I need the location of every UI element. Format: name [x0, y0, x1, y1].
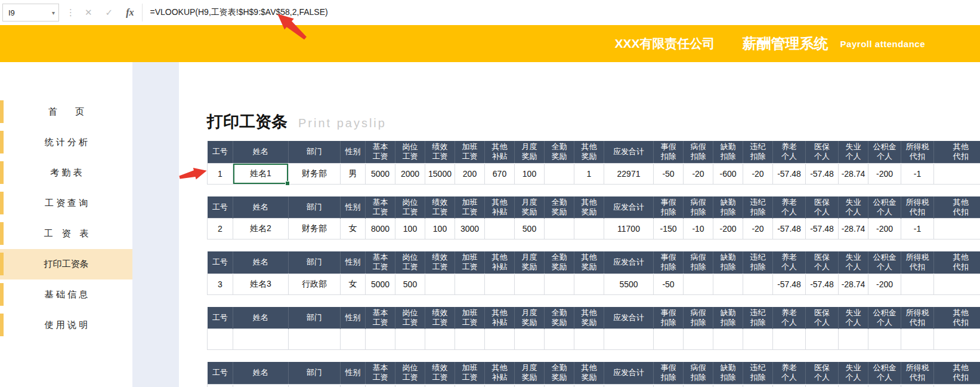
- payslip-cell[interactable]: -57.48: [773, 163, 806, 184]
- payslip-cell[interactable]: -200: [868, 274, 901, 294]
- sidebar-item-attendance-sheet[interactable]: 考 勤 表: [0, 158, 132, 188]
- sidebar-item-instructions[interactable]: 使 用 说 明: [0, 310, 132, 340]
- payslip-cell[interactable]: [654, 329, 684, 350]
- payslip-cell[interactable]: [208, 384, 233, 387]
- payslip-cell[interactable]: [839, 329, 868, 350]
- payslip-cell[interactable]: [515, 384, 545, 387]
- payslip-cell[interactable]: -28.74: [839, 163, 868, 184]
- payslip-cell[interactable]: [684, 274, 713, 294]
- payslip-cell[interactable]: 1: [574, 163, 604, 184]
- payslip-cell[interactable]: 3: [208, 274, 233, 294]
- payslip-cell[interactable]: 100: [515, 163, 545, 184]
- payslip-cell[interactable]: [574, 329, 604, 350]
- payslip-cell[interactable]: [684, 329, 713, 350]
- payslip-cell[interactable]: 姓名2: [233, 219, 289, 239]
- payslip-cell[interactable]: [485, 384, 515, 387]
- payslip-cell[interactable]: -1: [901, 219, 934, 239]
- payslip-cell[interactable]: [604, 384, 654, 387]
- payslip-cell[interactable]: 100: [395, 219, 425, 239]
- payslip-cell[interactable]: [934, 329, 980, 350]
- payslip-cell[interactable]: [289, 329, 341, 350]
- payslip-cell[interactable]: 1: [208, 163, 233, 184]
- payslip-cell[interactable]: -20: [743, 219, 773, 239]
- payslip-cell[interactable]: [485, 329, 515, 350]
- payslip-cell[interactable]: 女: [341, 274, 366, 294]
- payslip-cell[interactable]: [684, 384, 713, 387]
- cancel-entry-icon[interactable]: ✕: [85, 7, 92, 18]
- payslip-cell[interactable]: [425, 329, 455, 350]
- payslip-cell[interactable]: [934, 219, 980, 239]
- sidebar-item-home[interactable]: 首 页: [0, 97, 132, 127]
- payslip-cell[interactable]: [455, 274, 485, 294]
- payslip-cell[interactable]: [901, 274, 934, 294]
- payslip-cell[interactable]: [485, 219, 515, 239]
- payslip-cell[interactable]: [515, 274, 545, 294]
- payslip-cell[interactable]: [868, 384, 901, 387]
- payslip-cell[interactable]: [806, 384, 839, 387]
- payslip-cell[interactable]: [545, 219, 574, 239]
- payslip-cell[interactable]: 670: [485, 163, 515, 184]
- payslip-cell[interactable]: 男: [341, 163, 366, 184]
- payslip-cell[interactable]: 22971: [604, 163, 654, 184]
- payslip-cell[interactable]: [455, 384, 485, 387]
- payslip-cell[interactable]: [395, 384, 425, 387]
- payslip-cell[interactable]: -57.48: [806, 219, 839, 239]
- payslip-cell[interactable]: [545, 163, 574, 184]
- payslip-cell[interactable]: 15000: [425, 163, 455, 184]
- payslip-cell[interactable]: -200: [868, 219, 901, 239]
- payslip-cell[interactable]: 11700: [604, 219, 654, 239]
- confirm-entry-icon[interactable]: ✓: [106, 7, 113, 18]
- payslip-cell[interactable]: [868, 329, 901, 350]
- sidebar-item-salary-table[interactable]: 工 资 表: [0, 219, 132, 249]
- payslip-cell[interactable]: -28.74: [839, 274, 868, 294]
- payslip-cell[interactable]: [773, 384, 806, 387]
- payslip-cell[interactable]: [901, 384, 934, 387]
- payslip-cell[interactable]: [654, 384, 684, 387]
- payslip-cell[interactable]: [341, 329, 366, 350]
- formula-input[interactable]: =VLOOKUP(H9,工资表!$H$9:$AV$58,2,FALSE): [142, 4, 980, 22]
- payslip-cell[interactable]: [574, 219, 604, 239]
- payslip-cell[interactable]: [901, 329, 934, 350]
- payslip-cell[interactable]: 行政部: [289, 274, 341, 294]
- payslip-cell[interactable]: 500: [395, 274, 425, 294]
- payslip-cell[interactable]: -57.48: [773, 274, 806, 294]
- payslip-cell[interactable]: -57.48: [806, 163, 839, 184]
- payslip-cell[interactable]: 100: [425, 219, 455, 239]
- payslip-cell[interactable]: -150: [654, 219, 684, 239]
- payslip-cell[interactable]: -57.48: [806, 274, 839, 294]
- payslip-cell[interactable]: [545, 384, 574, 387]
- payslip-cell[interactable]: [713, 274, 743, 294]
- name-box-dropdown-icon[interactable]: ▾: [52, 10, 55, 16]
- payslip-cell[interactable]: [574, 384, 604, 387]
- payslip-cell[interactable]: -20: [743, 163, 773, 184]
- payslip-cell[interactable]: [743, 329, 773, 350]
- payslip-cell[interactable]: 3000: [455, 219, 485, 239]
- payslip-cell[interactable]: [934, 163, 980, 184]
- payslip-cell[interactable]: [839, 384, 868, 387]
- payslip-cell[interactable]: 财务部: [289, 163, 341, 184]
- sidebar-item-stats-analysis[interactable]: 统 计 分 析: [0, 127, 132, 158]
- payslip-cell[interactable]: 女: [341, 219, 366, 239]
- payslip-cell[interactable]: [545, 329, 574, 350]
- payslip-cell[interactable]: [233, 384, 289, 387]
- payslip-cell[interactable]: 5000: [366, 163, 395, 184]
- cell-name-box[interactable]: I9 ▾: [2, 4, 59, 22]
- payslip-cell[interactable]: -200: [868, 163, 901, 184]
- sidebar-item-basic-info[interactable]: 基 础 信 息: [0, 280, 132, 310]
- payslip-cell[interactable]: -10: [684, 219, 713, 239]
- payslip-cell[interactable]: -200: [713, 219, 743, 239]
- payslip-cell[interactable]: 财务部: [289, 219, 341, 239]
- payslip-cell[interactable]: -28.74: [839, 219, 868, 239]
- payslip-cell[interactable]: [366, 329, 395, 350]
- payslip-cell[interactable]: [773, 329, 806, 350]
- payslip-cell[interactable]: [713, 384, 743, 387]
- payslip-cell[interactable]: [289, 384, 341, 387]
- payslip-cell[interactable]: [713, 329, 743, 350]
- payslip-cell[interactable]: [366, 384, 395, 387]
- sidebar-item-print-payslip[interactable]: 打印工资条: [0, 249, 132, 280]
- payslip-cell[interactable]: 5500: [604, 274, 654, 294]
- payslip-cell[interactable]: 200: [455, 163, 485, 184]
- payslip-cell[interactable]: [425, 384, 455, 387]
- payslip-cell[interactable]: -1: [901, 163, 934, 184]
- sidebar-item-salary-query[interactable]: 工 资 查 询: [0, 188, 132, 219]
